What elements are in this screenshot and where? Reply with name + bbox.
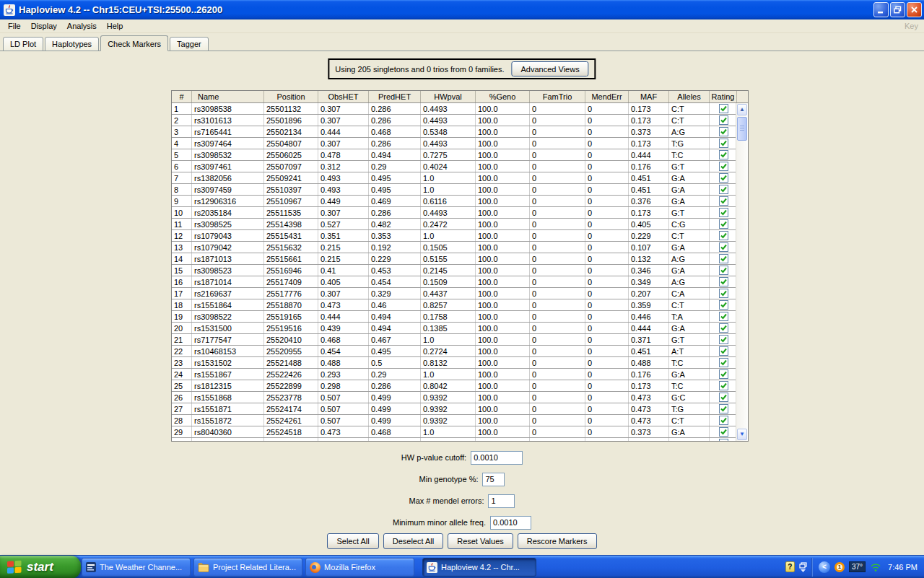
rating-checkbox[interactable] — [719, 266, 728, 275]
column-header[interactable]: MendErr — [585, 91, 629, 102]
table-row[interactable]: 7 rs1382056 25509241 0.493 0.495 1.0 100… — [172, 172, 737, 184]
tab-ld-plot[interactable]: LD Plot — [3, 37, 43, 51]
table-row[interactable]: 22 rs10468153 25520955 0.454 0.495 0.272… — [172, 346, 737, 357]
menu-display[interactable]: Display — [26, 20, 62, 32]
table-row[interactable]: 10 rs2035184 25511535 0.307 0.286 0.4493… — [172, 207, 737, 219]
deselect-all-button[interactable]: Deselect All — [383, 533, 443, 549]
tab-check-markers[interactable]: Check Markers — [100, 35, 168, 51]
column-header[interactable]: Rating — [710, 91, 737, 102]
table-row[interactable]: 30 rs3097451 25531303 0.18 0.18 1.0 100.… — [172, 438, 737, 441]
minimize-button[interactable] — [873, 2, 889, 17]
rating-checkbox[interactable] — [719, 346, 728, 356]
task-mozilla-firefox[interactable]: Mozilla Firefox — [305, 558, 414, 577]
rating-checkbox[interactable] — [719, 219, 728, 229]
temperature-badge[interactable]: 37° — [849, 561, 866, 572]
column-header[interactable]: ObsHET — [318, 91, 369, 102]
table-row[interactable]: 27 rs1551871 25524174 0.507 0.499 0.9392… — [172, 403, 737, 415]
rating-checkbox[interactable] — [719, 381, 728, 390]
rating-checkbox[interactable] — [719, 254, 728, 263]
table-row[interactable]: 3 rs7165441 25502134 0.444 0.468 0.5348 … — [172, 126, 737, 138]
rating-checkbox[interactable] — [719, 104, 728, 113]
column-header[interactable]: PredHET — [369, 91, 421, 102]
rating-checkbox[interactable] — [719, 404, 728, 413]
rating-checkbox[interactable] — [719, 242, 728, 252]
rating-checkbox[interactable] — [719, 196, 728, 206]
rating-checkbox[interactable] — [719, 139, 728, 148]
table-row[interactable]: 19 rs3098522 25519165 0.444 0.494 0.1758… — [172, 311, 737, 323]
table-row[interactable]: 14 rs1871013 25515661 0.215 0.229 0.5155… — [172, 253, 737, 265]
rating-checkbox[interactable] — [719, 150, 728, 159]
hide-icons-chevron-icon[interactable]: < — [819, 561, 830, 573]
table-row[interactable]: 4 rs3097464 25504807 0.307 0.286 0.4493 … — [172, 138, 737, 149]
table-row[interactable]: 20 rs1531500 25519516 0.439 0.494 0.1385… — [172, 323, 737, 334]
rescore-markers-button[interactable]: Rescore Markers — [518, 533, 597, 549]
table-row[interactable]: 23 rs1531502 25521488 0.488 0.5 0.8132 1… — [172, 357, 737, 369]
rating-checkbox[interactable] — [719, 115, 728, 125]
reset-values-button[interactable]: Reset Values — [448, 533, 513, 549]
menu-file[interactable]: File — [3, 20, 26, 32]
table-row[interactable]: 28 rs1551872 25524261 0.507 0.499 0.9392… — [172, 415, 737, 426]
rating-checkbox[interactable] — [719, 312, 728, 321]
table-row[interactable]: 25 rs1812315 25522899 0.298 0.286 0.8042… — [172, 380, 737, 392]
rating-checkbox[interactable] — [719, 277, 728, 286]
scroll-up-button[interactable]: ▲ — [737, 104, 747, 115]
menu-help[interactable]: Help — [102, 20, 128, 32]
rating-checkbox[interactable] — [719, 358, 728, 367]
rating-checkbox[interactable] — [719, 289, 728, 298]
table-row[interactable]: 16 rs1871014 25517409 0.405 0.454 0.1509… — [172, 276, 737, 288]
column-header[interactable]: HWpval — [421, 91, 476, 102]
scrollbar-thumb[interactable] — [737, 117, 747, 141]
min-maf-input[interactable] — [490, 516, 531, 530]
tab-haplotypes[interactable]: Haplotypes — [45, 37, 99, 51]
rating-checkbox[interactable] — [719, 323, 728, 333]
rating-checkbox[interactable] — [719, 369, 728, 379]
table-row[interactable]: 21 rs7177547 25520410 0.468 0.467 1.0 10… — [172, 334, 737, 346]
column-header[interactable]: FamTrio — [530, 91, 585, 102]
rating-checkbox[interactable] — [719, 162, 728, 171]
menu-analysis[interactable]: Analysis — [62, 20, 102, 32]
rating-checkbox[interactable] — [719, 173, 728, 183]
table-row[interactable]: 13 rs1079042 25515632 0.215 0.192 0.1505… — [172, 242, 737, 253]
rating-checkbox[interactable] — [719, 393, 728, 402]
min-genotype-input[interactable] — [482, 473, 505, 486]
column-header[interactable]: # — [172, 91, 192, 102]
rating-checkbox[interactable] — [719, 427, 728, 437]
table-row[interactable]: 12 rs1079043 25515431 0.351 0.353 1.0 10… — [172, 230, 737, 242]
table-row[interactable]: 8 rs3097459 25510397 0.493 0.495 1.0 100… — [172, 184, 737, 196]
help-tray-icon[interactable]: ? — [785, 561, 795, 572]
rating-checkbox[interactable] — [719, 439, 728, 441]
update-notification-icon[interactable]: 1 — [834, 562, 845, 572]
close-button[interactable] — [907, 2, 922, 17]
vertical-scrollbar[interactable]: ▲ ▼ — [736, 103, 748, 441]
table-row[interactable]: 11 rs3098525 25514398 0.527 0.482 0.2472… — [172, 219, 737, 230]
table-row[interactable]: 18 rs1551864 25518870 0.473 0.46 0.8257 … — [172, 299, 737, 311]
rating-checkbox[interactable] — [719, 335, 728, 344]
advanced-views-button[interactable]: Advanced Views — [512, 61, 589, 76]
table-row[interactable]: 24 rs1551867 25522426 0.293 0.29 1.0 100… — [172, 369, 737, 380]
table-row[interactable]: 1 rs3098538 25501132 0.307 0.286 0.4493 … — [172, 103, 737, 115]
hw-cutoff-input[interactable] — [471, 451, 523, 465]
column-header[interactable]: %Geno — [476, 91, 530, 102]
tab-tagger[interactable]: Tagger — [170, 37, 209, 51]
table-row[interactable]: 5 rs3098532 25506025 0.478 0.494 0.7275 … — [172, 149, 737, 161]
column-header[interactable]: Name — [192, 91, 264, 102]
column-header[interactable]: Position — [264, 91, 318, 102]
start-button[interactable]: start — [0, 556, 81, 578]
table-row[interactable]: 2 rs3101613 25501896 0.307 0.286 0.4493 … — [172, 115, 737, 126]
wifi-icon[interactable] — [870, 562, 881, 572]
column-header[interactable]: Alleles — [669, 91, 710, 102]
rating-checkbox[interactable] — [719, 127, 728, 136]
rating-checkbox[interactable] — [719, 300, 728, 310]
rating-checkbox[interactable] — [719, 416, 728, 425]
clock[interactable]: 7:46 PM — [888, 563, 918, 572]
task-project-folder[interactable]: Project Related Litera... — [193, 558, 302, 577]
column-header[interactable]: MAF — [629, 91, 669, 102]
table-row[interactable]: 6 rs3097461 25507097 0.312 0.29 0.4024 1… — [172, 161, 737, 172]
window-restore-tray-icon[interactable] — [799, 562, 807, 572]
task-weather-channel[interactable]: The Weather Channe... — [82, 558, 191, 577]
rating-checkbox[interactable] — [719, 208, 728, 217]
table-row[interactable]: 17 rs2169637 25517776 0.307 0.329 0.4437… — [172, 288, 737, 299]
restore-button[interactable] — [890, 2, 905, 17]
rating-checkbox[interactable] — [719, 231, 728, 240]
table-row[interactable]: 15 rs3098523 25516946 0.41 0.453 0.2145 … — [172, 265, 737, 276]
